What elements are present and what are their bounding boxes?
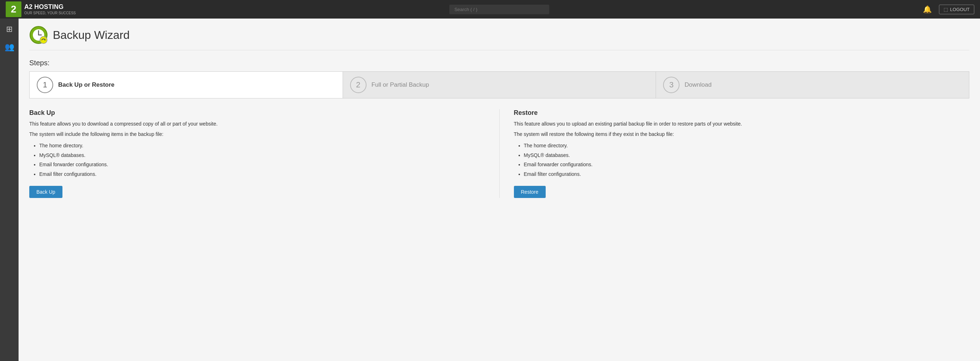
- steps-label: Steps:: [29, 59, 969, 67]
- page-header: Backup Wizard: [29, 26, 969, 50]
- backup-desc-1: This feature allows you to download a co…: [29, 120, 485, 128]
- logout-button[interactable]: ⬚ LOGOUT: [939, 5, 974, 14]
- logout-icon: ⬚: [943, 7, 948, 12]
- backup-list-item: Email filter configurations.: [39, 169, 485, 179]
- sidebar: ⊞ 👥: [0, 19, 19, 361]
- topbar: 2 A2 HOSTING OUR SPEED, YOUR SUCCESS 🔔 ⬚…: [0, 0, 980, 19]
- search-input[interactable]: [449, 5, 549, 14]
- step-1-circle: 1: [37, 77, 53, 93]
- backup-panel-title: Back Up: [29, 109, 485, 117]
- notification-bell-icon[interactable]: 🔔: [923, 5, 932, 14]
- panel-divider: [499, 109, 500, 198]
- brand-name: A2 HOSTING: [24, 3, 76, 11]
- backup-list: The home directory. MySQL® databases. Em…: [29, 141, 485, 179]
- page-title: Backup Wizard: [53, 29, 130, 42]
- sidebar-grid-icon[interactable]: ⊞: [2, 22, 16, 37]
- step-2[interactable]: 2 Full or Partial Backup: [343, 72, 656, 98]
- main-content: Backup Wizard Steps: 1 Back Up or Restor…: [19, 19, 980, 361]
- logout-label: LOGOUT: [950, 7, 970, 12]
- steps-bar: 1 Back Up or Restore 2 Full or Partial B…: [29, 72, 969, 99]
- tagline: OUR SPEED, YOUR SUCCESS: [24, 11, 76, 15]
- step-3[interactable]: 3 Download: [656, 72, 969, 98]
- step-2-label: Full or Partial Backup: [372, 81, 430, 89]
- sidebar-users-icon[interactable]: 👥: [2, 40, 16, 54]
- restore-button[interactable]: Restore: [514, 186, 546, 198]
- backup-list-item: Email forwarder configurations.: [39, 160, 485, 169]
- logo-number: 2: [6, 2, 21, 17]
- restore-list-item: The home directory.: [524, 141, 970, 151]
- restore-panel-title: Restore: [514, 109, 970, 117]
- step-3-label: Download: [684, 81, 712, 89]
- svg-point-4: [40, 37, 47, 43]
- step-2-circle: 2: [350, 77, 366, 93]
- restore-desc-1: This feature allows you to upload an exi…: [514, 120, 970, 128]
- restore-list-item: Email filter configurations.: [524, 169, 970, 179]
- layout: ⊞ 👥 Backup Wizard Steps: 1 Back Up: [0, 19, 980, 361]
- backup-panel: Back Up This feature allows you to downl…: [29, 109, 485, 198]
- topbar-right: 🔔 ⬚ LOGOUT: [923, 5, 974, 14]
- topbar-center: [76, 5, 923, 14]
- backup-wizard-icon: [29, 26, 48, 44]
- restore-desc-2: The system will restore the following it…: [514, 130, 970, 138]
- backup-list-item: MySQL® databases.: [39, 151, 485, 160]
- logo-text: A2 HOSTING OUR SPEED, YOUR SUCCESS: [24, 3, 76, 15]
- content-panels: Back Up This feature allows you to downl…: [29, 109, 969, 198]
- step-3-circle: 3: [663, 77, 679, 93]
- restore-list: The home directory. MySQL® databases. Em…: [514, 141, 970, 179]
- logo: 2 A2 HOSTING OUR SPEED, YOUR SUCCESS: [6, 2, 76, 17]
- restore-list-item: MySQL® databases.: [524, 151, 970, 160]
- restore-panel: Restore This feature allows you to uploa…: [514, 109, 970, 198]
- step-1-label: Back Up or Restore: [58, 81, 115, 89]
- backup-desc-2: The system will include the following it…: [29, 130, 485, 138]
- step-1[interactable]: 1 Back Up or Restore: [30, 72, 343, 98]
- restore-list-item: Email forwarder configurations.: [524, 160, 970, 169]
- backup-button[interactable]: Back Up: [29, 186, 62, 198]
- backup-list-item: The home directory.: [39, 141, 485, 151]
